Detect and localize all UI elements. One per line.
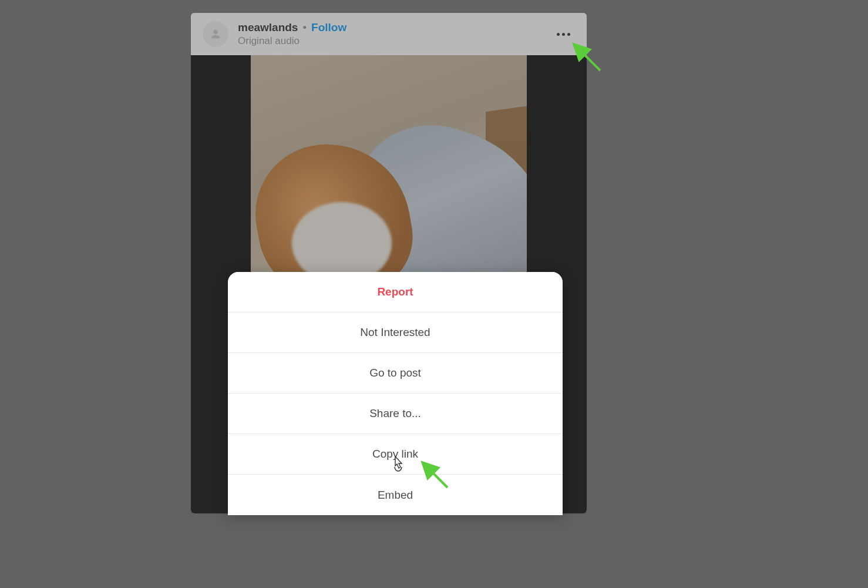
audio-subtitle[interactable]: Original audio	[238, 35, 551, 47]
username-row: meawlands • Follow	[238, 21, 551, 34]
svg-point-0	[213, 30, 217, 34]
more-options-button[interactable]	[551, 22, 575, 46]
menu-item-go-to-post[interactable]: Go to post	[228, 353, 563, 394]
avatar-placeholder-icon	[209, 28, 222, 41]
options-action-sheet: Report Not Interested Go to post Share t…	[228, 272, 563, 515]
username-separator: •	[302, 21, 307, 34]
menu-item-copy-link[interactable]: Copy link	[228, 434, 563, 475]
menu-item-label: Go to post	[369, 367, 421, 379]
menu-item-label: Share to...	[369, 407, 421, 420]
menu-item-embed[interactable]: Embed	[228, 475, 563, 515]
more-options-icon	[557, 33, 570, 36]
menu-item-share-to[interactable]: Share to...	[228, 394, 563, 434]
menu-item-not-interested[interactable]: Not Interested	[228, 313, 563, 353]
post-header: meawlands • Follow Original audio	[191, 13, 587, 55]
menu-item-label: Not Interested	[360, 326, 430, 339]
follow-link[interactable]: Follow	[311, 21, 346, 34]
username[interactable]: meawlands	[238, 21, 298, 34]
menu-item-label: Embed	[378, 489, 413, 502]
menu-item-label: Copy link	[372, 448, 418, 461]
menu-item-label: Report	[377, 285, 413, 298]
avatar[interactable]	[203, 21, 228, 47]
menu-item-report[interactable]: Report	[228, 272, 563, 313]
post-header-text: meawlands • Follow Original audio	[238, 21, 551, 47]
